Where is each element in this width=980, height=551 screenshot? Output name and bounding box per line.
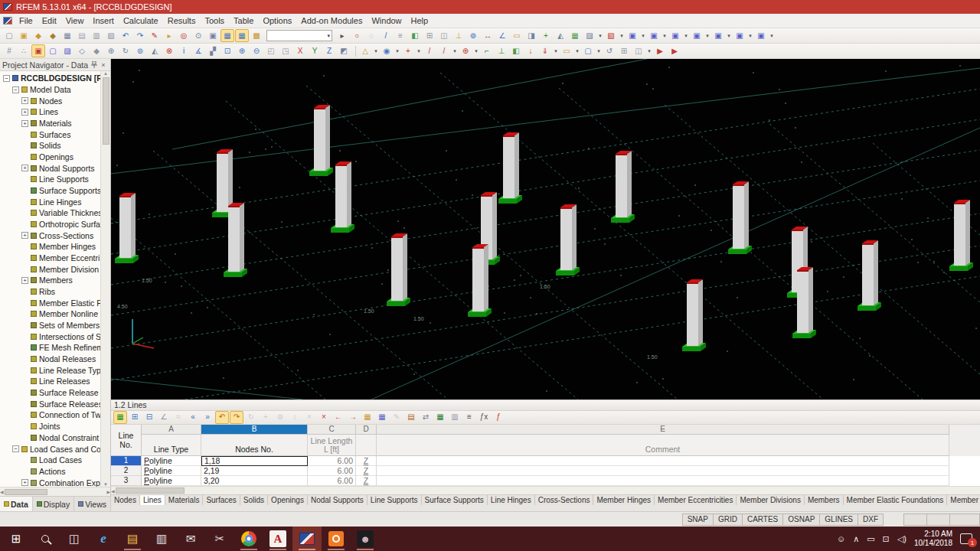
- standard-edit-button[interactable]: ✎: [148, 29, 162, 42]
- tree-item-nodal-constraint[interactable]: Nodal Constraint: [0, 432, 110, 444]
- display-mode-6-dropdown-caret[interactable]: ▾: [747, 33, 753, 39]
- tree-item-line-hinges[interactable]: Line Hinges: [0, 196, 110, 207]
- standard-display-mode-1-button[interactable]: ▣: [626, 29, 639, 42]
- table-table-edit-button[interactable]: ▦: [113, 411, 127, 424]
- cell-line-length[interactable]: 6.00: [308, 476, 356, 486]
- table-remove-left-button[interactable]: ←: [332, 411, 345, 424]
- standard-display-mode-7-button[interactable]: ▣: [754, 29, 768, 42]
- table-tab-member-nonlinearities[interactable]: Member Nonlinearities: [947, 495, 980, 505]
- standard-undo-button[interactable]: ↶: [119, 29, 132, 42]
- collapse-icon[interactable]: −: [12, 86, 19, 93]
- view-run-calculation-button[interactable]: ▶: [653, 44, 667, 57]
- tree-item-connection-of-tw[interactable]: Connection of Tw: [0, 409, 110, 421]
- column-header-line-length[interactable]: Line LengthL [ft]: [308, 435, 356, 456]
- standard-target-button[interactable]: ◎: [177, 29, 191, 42]
- view-render-solid-button[interactable]: ▣: [31, 44, 45, 57]
- standard-open-model-button[interactable]: ◆: [31, 29, 45, 42]
- tray-network-icon[interactable]: ⊡: [883, 534, 890, 544]
- row-number[interactable]: 3: [111, 476, 142, 486]
- status-toggle-glines[interactable]: GLINES: [819, 514, 858, 526]
- navigator-tab-display[interactable]: Display: [33, 497, 74, 511]
- standard-display-mode-2-button[interactable]: ▣: [647, 29, 661, 42]
- taskbar-picpick-button[interactable]: [322, 527, 351, 551]
- tree-item-solids[interactable]: Solids: [0, 140, 110, 152]
- standard-redo-button[interactable]: ↷: [133, 29, 147, 42]
- frame-dropdown-caret[interactable]: ▾: [574, 48, 580, 54]
- collapse-icon[interactable]: −: [12, 445, 19, 452]
- pin-icon[interactable]: [90, 60, 99, 70]
- standard-save-button[interactable]: ▦: [60, 29, 74, 42]
- expand-icon[interactable]: +: [21, 120, 28, 127]
- view-load-button[interactable]: ↓: [524, 44, 537, 57]
- row-number[interactable]: 1: [111, 456, 142, 466]
- standard-new-button[interactable]: ▢: [2, 29, 16, 42]
- tree-item-cross-sections[interactable]: +Cross-Sections: [0, 230, 110, 241]
- view-grid-points-button[interactable]: ∴: [17, 44, 31, 57]
- render-options-dropdown-caret[interactable]: ▾: [597, 33, 603, 39]
- cell-axis[interactable]: Z: [356, 476, 377, 486]
- cell-line-length[interactable]: 6.00: [308, 456, 356, 466]
- column-letter-d[interactable]: D: [356, 425, 377, 435]
- table-tab-openings[interactable]: Openings: [268, 495, 308, 505]
- cell-axis[interactable]: Z: [356, 456, 377, 466]
- view-load-case-button[interactable]: ⇓: [538, 44, 552, 57]
- scroll-thumb[interactable]: [103, 77, 109, 145]
- taskbar-rfem-button[interactable]: [292, 527, 322, 551]
- table-tab-member-eccentricities[interactable]: Member Eccentricities: [655, 495, 737, 505]
- view-frame-button[interactable]: ▭: [560, 44, 573, 57]
- table-remove-right-button[interactable]: →: [346, 411, 360, 424]
- column-header-line-type[interactable]: Line Type: [142, 435, 201, 456]
- cell-nodes-no[interactable]: 1,18: [201, 456, 308, 466]
- table-fill-table-button[interactable]: ▦: [361, 411, 374, 424]
- column-header-d[interactable]: [356, 435, 377, 456]
- view-zoom-window-button[interactable]: ⊡: [220, 44, 234, 57]
- scroll-left-icon[interactable]: ◀: [0, 489, 4, 494]
- tray-volume-icon[interactable]: ◁): [897, 534, 906, 544]
- tree-item-model-data[interactable]: −Model Data: [0, 84, 110, 96]
- view-view-iso-button[interactable]: ◩: [337, 44, 351, 57]
- standard-guide-line-button[interactable]: ∠: [495, 29, 509, 42]
- tree-scrollbar[interactable]: ▲ ▼: [100, 71, 110, 487]
- tree-item-member-division[interactable]: Member Division: [0, 263, 110, 275]
- view-render-wire-button[interactable]: ▢: [46, 44, 60, 57]
- column-header-comment[interactable]: Comment: [377, 435, 949, 456]
- table-tab-members[interactable]: Members: [805, 495, 844, 505]
- menu-tools[interactable]: Tools: [200, 15, 229, 27]
- status-toggle-cartes[interactable]: CARTES: [742, 514, 782, 526]
- scroll-down-icon[interactable]: ▼: [103, 482, 108, 487]
- menu-window[interactable]: Window: [367, 15, 406, 27]
- standard-print-button[interactable]: ▥: [90, 29, 103, 42]
- table-jump-first-button[interactable]: «: [186, 411, 200, 424]
- table-transfer-button[interactable]: ⇄: [419, 411, 433, 424]
- view-render-transparent-button[interactable]: ▨: [60, 44, 74, 57]
- navigator-tree[interactable]: ▲ ▼ −RCCBLDGDESIGN [RCC−Model Data+Nodes…: [0, 71, 110, 487]
- menu-add-on-modules[interactable]: Add-on Modules: [296, 15, 367, 27]
- table-excel-export-button[interactable]: ▦: [433, 411, 447, 424]
- tray-hidden-icons-chevron-icon[interactable]: ∧: [853, 534, 859, 544]
- action-center-icon[interactable]: 1: [960, 533, 972, 544]
- view-zoom-out-button[interactable]: ⊖: [250, 44, 263, 57]
- menu-file[interactable]: File: [15, 15, 38, 27]
- display-mode-4-dropdown-caret[interactable]: ▾: [704, 33, 710, 39]
- display-mode-1-dropdown-caret[interactable]: ▾: [640, 33, 646, 39]
- tray-people-icon[interactable]: ☺: [837, 534, 845, 543]
- standard-opening-button[interactable]: ◫: [437, 29, 451, 42]
- standard-support-button[interactable]: ⊥: [452, 29, 466, 42]
- scroll-left-icon[interactable]: ◀: [111, 488, 115, 494]
- tree-item-surface-releases[interactable]: Surface Releases: [0, 398, 110, 409]
- tree-item-actions[interactable]: Actions: [0, 466, 110, 478]
- new-line-type-dropdown-caret[interactable]: ▾: [452, 48, 458, 54]
- view-view-cube-button[interactable]: ◰: [264, 44, 278, 57]
- table-tab-cross-sections[interactable]: Cross-Sections: [535, 495, 594, 505]
- taskbar-search-button[interactable]: [31, 527, 60, 551]
- standard-table-grid-button[interactable]: ▦: [235, 29, 249, 42]
- model-viewport[interactable]: 1.504.501.501.501.501.50: [111, 59, 980, 399]
- menu-view[interactable]: View: [61, 15, 89, 27]
- navigator-hscrollbar[interactable]: ◀ ▶: [0, 487, 110, 496]
- standard-display-mode-4-button[interactable]: ▣: [690, 29, 704, 42]
- table-tab-line-hinges[interactable]: Line Hinges: [488, 495, 535, 505]
- color-scale-dropdown-caret[interactable]: ▾: [619, 33, 625, 39]
- standard-add-button[interactable]: +: [539, 29, 553, 42]
- status-toggle-osnap[interactable]: OSNAP: [782, 514, 819, 526]
- table-tab-nodes[interactable]: Nodes: [111, 495, 140, 505]
